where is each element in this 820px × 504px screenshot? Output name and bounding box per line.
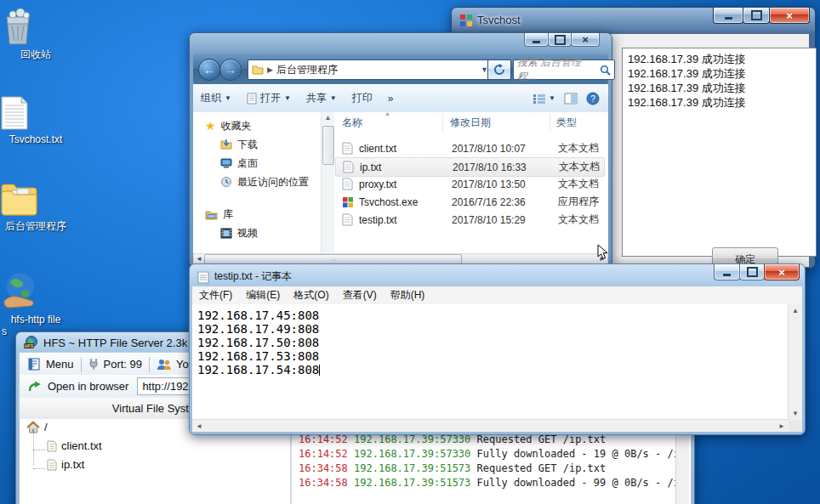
maximize-button[interactable] [548, 33, 572, 47]
vfs-node-client[interactable]: client.txt [47, 439, 102, 452]
scroll-up-icon[interactable]: ▲ [792, 307, 799, 314]
file-type: 文本文档 [558, 212, 599, 227]
file-type: 文本文档 [559, 160, 600, 174]
file-name: proxy.txt [359, 178, 396, 190]
desktop-icon-recycle-bin[interactable]: 回收站 [0, 8, 71, 60]
address-bar[interactable]: ▶ 后台管理程序 ▼ [248, 59, 493, 80]
file-name: ip.txt [360, 161, 381, 173]
desktop-icon-label: 回收站 [20, 48, 51, 60]
refresh-button[interactable] [487, 59, 511, 80]
sidebar-item-downloads[interactable]: 下载 [220, 136, 258, 153]
open-in-browser-button[interactable]: Open in browser [48, 380, 128, 393]
file-row-ip-selected[interactable]: ip.txt 2017/8/10 16:33 文本文档 [335, 157, 605, 177]
minimize-button[interactable] [524, 33, 549, 47]
text-file-icon [342, 178, 353, 190]
share-button[interactable]: 共享▼ [299, 88, 345, 109]
resize-grip[interactable] [789, 420, 802, 432]
column-header-name[interactable]: 名称 [342, 116, 362, 130]
scroll-right-icon[interactable]: ► [778, 422, 785, 430]
sidebar-label: 收藏夹 [221, 119, 252, 133]
close-button[interactable]: × [571, 33, 600, 47]
desktop-icon-hfs[interactable]: hfs-http file s [0, 270, 71, 337]
svg-text:HFS: HFS [25, 343, 34, 348]
menu-edit[interactable]: 编辑(E) [239, 288, 287, 303]
back-button[interactable]: ← [198, 59, 220, 81]
sidebar-item-favorites[interactable]: ★ 收藏夹 [205, 117, 252, 134]
sidebar-item-desktop[interactable]: 桌面 [220, 155, 258, 172]
menu-view[interactable]: 查看(V) [336, 288, 384, 303]
breadcrumb-chevron: ▶ [267, 65, 273, 74]
port-button[interactable]: Port: 99 [104, 358, 143, 371]
text-file-icon [342, 142, 353, 155]
menu-file[interactable]: 文件(F) [192, 288, 239, 303]
close-button[interactable]: × [769, 8, 810, 24]
column-header-date[interactable]: 修改日期 [450, 116, 491, 130]
file-row-client[interactable]: client.txt 2017/8/10 10:07 文本文档 [335, 139, 605, 157]
organize-button[interactable]: 组织▼ [193, 88, 239, 109]
menu-button[interactable]: Menu [46, 358, 74, 371]
sidebar-item-libraries[interactable]: 库 [205, 206, 233, 223]
search-input[interactable]: 搜索 后台管理程... [513, 59, 615, 80]
log-line: 192.168.17.39 成功连接 [628, 52, 811, 66]
window-title: testip.txt - 记事本 [214, 269, 292, 284]
scroll-up-icon[interactable]: ▲ [322, 114, 334, 122]
column-header-type[interactable]: 类型 [556, 116, 577, 130]
log-address: 192.168.17.39:51573 [354, 477, 470, 489]
sidebar-label: 桌面 [237, 156, 258, 171]
sidebar-item-recent-places[interactable]: 最近访问的位置 [220, 173, 309, 190]
vfs-node-label: / [44, 421, 48, 433]
menu-help[interactable]: 帮助(H) [384, 288, 432, 303]
share-label: 共享 [306, 91, 327, 105]
desktop-icon-label: 后台管理程序 [5, 220, 66, 232]
log-time: 16:34:58 [299, 477, 348, 489]
file-date: 2016/7/16 22:36 [452, 196, 526, 208]
explorer-navbar: ← → ▶ 后台管理程序 ▼ 搜索 后台管理程... [193, 54, 608, 84]
help-icon[interactable]: ? [586, 92, 600, 105]
downloads-icon [220, 139, 232, 150]
close-button[interactable]: × [764, 264, 800, 280]
vfs-node-label: client.txt [61, 439, 102, 452]
tsvchost-titlebar: Tsvchost [460, 14, 521, 26]
maximize-button[interactable] [739, 264, 765, 280]
log-address: 192.168.17.39:57330 [354, 448, 470, 460]
text-line: 192.168.17.54:808 [197, 363, 789, 377]
file-list: ▲ 名称 修改日期 类型 client.txt 2017/8/10 10:07 … [333, 112, 608, 255]
maximize-button[interactable] [743, 8, 770, 24]
desktop-icon-tsvchost-txt[interactable]: Tsvchost.txt [0, 95, 71, 145]
desktop-icon-label: Tsvchost.txt [9, 133, 63, 145]
search-icon[interactable] [600, 65, 611, 76]
file-row-proxy[interactable]: proxy.txt 2017/8/10 13:50 文本文档 [335, 175, 605, 193]
file-name: testip.txt [359, 214, 397, 226]
minimize-button[interactable] [714, 264, 740, 280]
log-address: 192.168.17.39:51573 [354, 462, 470, 474]
users-button[interactable]: Yo [176, 358, 189, 371]
forward-button[interactable]: → [219, 59, 242, 81]
scrollbar-thumb[interactable] [322, 126, 334, 165]
connection-log-list[interactable]: 192.168.17.39 成功连接 192.168.17.39 成功连接 19… [622, 48, 817, 257]
file-row-tsvchost-exe[interactable]: Tsvchost.exe 2016/7/16 22:36 应用程序 [335, 193, 605, 211]
vfs-node-ip[interactable]: ip.txt [47, 458, 84, 471]
scroll-down-icon[interactable]: ▼ [792, 410, 799, 417]
open-button[interactable]: 打开▼ [239, 88, 299, 109]
open-browser-icon [28, 381, 42, 393]
notepad-icon [197, 270, 209, 284]
change-view-button[interactable]: ▼ [532, 88, 555, 109]
menu-icon [28, 358, 40, 371]
print-label: 打印 [352, 91, 373, 105]
preview-pane-button[interactable] [564, 93, 578, 105]
scroll-left-icon[interactable]: ◄ [196, 422, 202, 430]
print-button[interactable]: 打印 [345, 88, 380, 109]
file-row-testip[interactable]: testip.txt 2017/8/10 15:29 文本文档 [335, 211, 605, 229]
sidebar-item-videos[interactable]: 视频 [220, 224, 258, 241]
minimize-button[interactable] [713, 8, 743, 24]
file-type: 文本文档 [558, 141, 599, 156]
vfs-root-node[interactable]: / [26, 421, 48, 433]
sidebar-scrollbar[interactable]: ▲ [321, 112, 334, 255]
menu-format[interactable]: 格式(O) [287, 288, 335, 303]
notepad-horizontal-scrollbar[interactable]: ◄ ► [192, 419, 789, 432]
notepad-vertical-scrollbar[interactable]: ▲ ▼ [788, 304, 802, 420]
text-line: 192.168.17.45:808 [197, 309, 789, 322]
desktop-icon-admin-folder[interactable]: 后台管理程序 [0, 180, 71, 232]
toolbar-more-button[interactable]: » [380, 88, 401, 109]
notepad-text-area[interactable]: 192.168.17.45:808 192.168.17.49:808 192.… [192, 304, 789, 420]
